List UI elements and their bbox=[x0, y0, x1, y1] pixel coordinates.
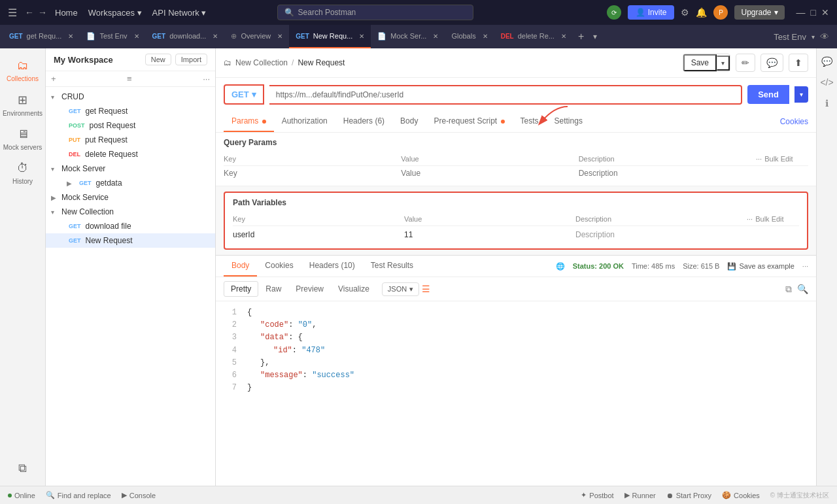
tab-body[interactable]: Body bbox=[392, 111, 426, 132]
resp-tab-cookies[interactable]: Cookies bbox=[257, 256, 301, 277]
sidebar-item-history[interactable]: ⏱ History bbox=[0, 156, 45, 190]
search-response-icon[interactable]: 🔍 bbox=[797, 284, 808, 294]
path-bulk-edit-button[interactable]: ··· Bulk Edit bbox=[747, 215, 799, 223]
minimize-button[interactable]: — bbox=[796, 7, 806, 18]
env-selector[interactable]: Test Env bbox=[774, 32, 806, 42]
tree-folder-mock-service[interactable]: ▶ Mock Service bbox=[46, 190, 215, 205]
sidebar-item-environments[interactable]: ⊞ Environments bbox=[0, 88, 45, 122]
fmt-tab-raw[interactable]: Raw bbox=[258, 281, 288, 297]
tab-close[interactable]: ✕ bbox=[213, 33, 218, 40]
env-icon[interactable]: 👁 bbox=[820, 31, 829, 42]
start-proxy-button[interactable]: ⏺ Start Proxy bbox=[666, 491, 711, 500]
tree-item-delete-request[interactable]: DEL delete Request bbox=[46, 147, 215, 161]
tab-mock-server[interactable]: 📄 Mock Ser... ✕ bbox=[371, 25, 445, 48]
upgrade-button[interactable]: Upgrade ▾ bbox=[734, 5, 784, 20]
search-bar[interactable]: 🔍 Search Postman bbox=[277, 5, 473, 20]
back-button[interactable]: ← bbox=[25, 7, 34, 18]
fmt-tab-visualize[interactable]: Visualize bbox=[331, 281, 377, 297]
tab-get-request[interactable]: GET get Requ... ✕ bbox=[3, 25, 80, 48]
user-avatar[interactable]: P bbox=[713, 5, 728, 20]
save-button[interactable]: Save bbox=[683, 54, 717, 71]
tree-item-put-request[interactable]: PUT put Request bbox=[46, 133, 215, 147]
settings-icon[interactable]: ⚙ bbox=[681, 7, 689, 18]
notification-icon[interactable]: 🔔 bbox=[696, 7, 707, 18]
api-network-link[interactable]: API Network ▾ bbox=[152, 8, 207, 18]
add-collection-icon[interactable]: + bbox=[51, 74, 56, 84]
filter-icon[interactable]: ≡ bbox=[127, 74, 132, 84]
maximize-button[interactable]: □ bbox=[811, 7, 816, 18]
param-key-input[interactable] bbox=[224, 169, 401, 178]
tree-item-get-request[interactable]: GET get Request bbox=[46, 104, 215, 118]
tree-item-download-file[interactable]: GET download file bbox=[46, 219, 215, 233]
right-sidebar-code-icon[interactable]: </> bbox=[817, 75, 836, 90]
method-selector[interactable]: GET ▾ bbox=[224, 84, 264, 105]
tab-close[interactable]: ✕ bbox=[277, 33, 282, 40]
sidebar-item-collections[interactable]: 🗂 Collections bbox=[0, 54, 45, 88]
save-example-button[interactable]: 💾 Save as example bbox=[727, 262, 794, 271]
new-button[interactable]: New bbox=[145, 54, 171, 65]
more-tabs-button[interactable]: ▾ bbox=[589, 25, 601, 48]
invite-button[interactable]: 👤 Invite bbox=[628, 5, 675, 20]
breadcrumb-collection[interactable]: New Collection bbox=[235, 58, 288, 67]
sidebar-item-mock-servers[interactable]: 🖥 Mock servers bbox=[0, 122, 45, 156]
tab-new-request[interactable]: GET New Requ... ✕ bbox=[289, 25, 371, 48]
import-button[interactable]: Import bbox=[175, 54, 207, 65]
workspaces-link[interactable]: Workspaces ▾ bbox=[88, 8, 142, 18]
postbot-button[interactable]: ✦ Postbot bbox=[581, 491, 613, 500]
fmt-tab-pretty[interactable]: Pretty bbox=[224, 281, 258, 297]
resp-tab-headers[interactable]: Headers (10) bbox=[301, 256, 363, 277]
tree-item-post-request[interactable]: POST post Request bbox=[46, 118, 215, 133]
tree-folder-mock-server[interactable]: ▾ Mock Server bbox=[46, 161, 215, 176]
bulk-edit-button[interactable]: ··· Bulk Edit bbox=[756, 155, 808, 163]
url-input[interactable] bbox=[269, 85, 742, 105]
cookies-link[interactable]: Cookies bbox=[780, 117, 808, 126]
menu-icon[interactable]: ☰ bbox=[8, 7, 17, 19]
tab-delete-request[interactable]: DEL delete Re... ✕ bbox=[494, 25, 573, 48]
tab-close[interactable]: ✕ bbox=[68, 33, 73, 40]
tab-overview[interactable]: ⊕ Overview ✕ bbox=[224, 25, 289, 48]
tab-globals[interactable]: Globals ✕ bbox=[445, 25, 494, 48]
sidebar-item-flows[interactable]: ⧉ bbox=[16, 456, 29, 480]
save-dropdown[interactable]: ▾ bbox=[717, 56, 730, 71]
tab-close[interactable]: ✕ bbox=[433, 33, 438, 40]
comment-icon-button[interactable]: 💬 bbox=[760, 54, 783, 72]
console-button[interactable]: ▶ Console bbox=[122, 491, 156, 499]
json-format-selector[interactable]: JSON ▾ bbox=[382, 282, 419, 296]
param-desc-input[interactable] bbox=[579, 169, 756, 178]
right-sidebar-info-icon[interactable]: ℹ bbox=[823, 95, 831, 111]
response-more-button[interactable]: ··· bbox=[802, 262, 808, 270]
find-replace-button[interactable]: 🔍 Find and replace bbox=[46, 491, 111, 499]
filter-lines-icon[interactable]: ☰ bbox=[422, 284, 430, 294]
copy-response-icon[interactable]: ⧉ bbox=[785, 284, 792, 295]
runner-button[interactable]: ▶ Runner bbox=[624, 491, 656, 500]
tree-subfolder-getdata[interactable]: ▶ GET getdata bbox=[46, 176, 215, 190]
tree-item-new-request[interactable]: GET New Request bbox=[46, 233, 215, 248]
resp-tab-body[interactable]: Body bbox=[224, 256, 257, 277]
tab-authorization[interactable]: Authorization bbox=[274, 111, 335, 132]
tab-download[interactable]: GET download... ✕ bbox=[146, 25, 225, 48]
tree-folder-new-collection[interactable]: ▾ New Collection bbox=[46, 205, 215, 219]
send-button[interactable]: Send bbox=[747, 85, 789, 104]
send-dropdown-button[interactable]: ▾ bbox=[794, 86, 808, 103]
new-tab-button[interactable]: + bbox=[573, 25, 589, 48]
home-link[interactable]: Home bbox=[55, 8, 78, 18]
right-sidebar-chat-icon[interactable]: 💬 bbox=[819, 54, 835, 69]
tree-folder-crud[interactable]: ▾ CRUD bbox=[46, 90, 215, 104]
forward-button[interactable]: → bbox=[38, 7, 47, 18]
param-value-input[interactable] bbox=[401, 169, 578, 178]
tab-params[interactable]: Params bbox=[224, 111, 274, 132]
close-button[interactable]: ✕ bbox=[821, 7, 829, 18]
tab-close[interactable]: ✕ bbox=[359, 33, 364, 40]
tab-close[interactable]: ✕ bbox=[134, 33, 139, 40]
more-options-icon[interactable]: ··· bbox=[203, 74, 210, 84]
fmt-tab-preview[interactable]: Preview bbox=[288, 281, 331, 297]
tab-close[interactable]: ✕ bbox=[483, 33, 488, 40]
cookies-status-button[interactable]: 🍪 Cookies bbox=[722, 491, 760, 500]
env-chevron[interactable]: ▾ bbox=[811, 33, 815, 41]
share-icon-button[interactable]: ⬆ bbox=[789, 54, 808, 72]
tab-test-env[interactable]: 📄 Test Env ✕ bbox=[80, 25, 145, 48]
tab-close[interactable]: ✕ bbox=[561, 33, 566, 40]
resp-tab-test-results[interactable]: Test Results bbox=[363, 256, 421, 277]
tab-pre-request[interactable]: Pre-request Script bbox=[426, 111, 512, 132]
tab-headers[interactable]: Headers (6) bbox=[335, 111, 392, 132]
